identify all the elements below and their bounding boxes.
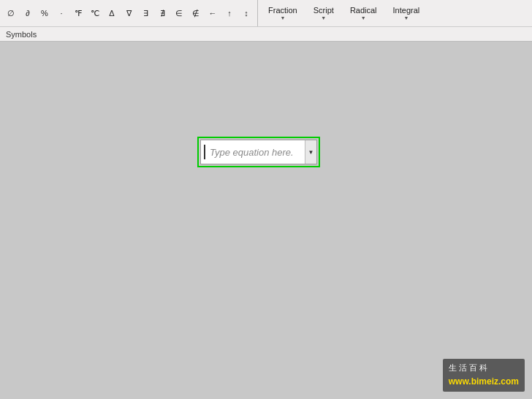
- empty-set-symbol[interactable]: ∅: [3, 3, 19, 23]
- equation-dropdown-button[interactable]: ▼: [305, 140, 316, 164]
- radical-button-label: Radical: [350, 6, 377, 15]
- up-down-arrow-symbol[interactable]: ↕: [238, 3, 254, 23]
- delta-symbol[interactable]: Δ: [104, 3, 120, 23]
- equation-placeholder: Type equation here.: [205, 147, 305, 158]
- equation-box[interactable]: Type equation here. ▼: [200, 140, 317, 164]
- chevron-down-icon: ▼: [321, 15, 326, 20]
- watermark: 生 活 百 科 www.bimeiz.com: [443, 359, 525, 392]
- chevron-down-icon: ▼: [280, 15, 285, 20]
- exists-symbol[interactable]: ∃: [137, 3, 153, 23]
- chevron-down-icon: ▼: [403, 15, 408, 20]
- middle-dot-symbol[interactable]: ·: [53, 3, 69, 23]
- up-arrow-symbol[interactable]: ↑: [221, 3, 238, 23]
- element-of-symbol[interactable]: ∈: [171, 3, 187, 23]
- partial-diff-symbol[interactable]: ∂: [20, 3, 36, 23]
- symbols-label: Symbols: [6, 30, 37, 39]
- integral-button-label: Integral: [393, 6, 420, 15]
- chevron-down-icon: ▼: [308, 149, 314, 156]
- main-content: Type equation here. ▼ 生 活 百 科 www.bimeiz…: [0, 42, 532, 399]
- radical-button[interactable]: Radical▼: [346, 4, 381, 22]
- script-button-label: Script: [314, 6, 334, 15]
- percent-symbol[interactable]: %: [37, 3, 53, 23]
- chevron-down-icon: ▼: [361, 15, 366, 20]
- script-button[interactable]: Script▼: [309, 4, 338, 22]
- integral-button[interactable]: Integral▼: [389, 4, 425, 22]
- sub-toolbar: Symbols: [0, 27, 532, 42]
- fahrenheit-symbol[interactable]: ℉: [70, 3, 86, 23]
- not-exists-symbol[interactable]: ∄: [154, 3, 170, 23]
- fraction-button[interactable]: Fraction▼: [264, 4, 302, 22]
- watermark-site: www.bimeiz.com: [449, 375, 519, 389]
- main-toolbar: ∅∂%·℉℃Δ∇∃∄∈∉←↑↕ Fraction▼Script▼Radical▼…: [0, 0, 532, 27]
- symbols-section: ∅∂%·℉℃Δ∇∃∄∈∉←↑↕: [0, 0, 258, 26]
- celsius-symbol[interactable]: ℃: [87, 3, 103, 23]
- fraction-button-label: Fraction: [268, 6, 297, 15]
- watermark-line1: 生 活 百 科: [449, 362, 519, 375]
- equation-container: Type equation here. ▼: [197, 137, 320, 167]
- nabla-symbol[interactable]: ∇: [121, 3, 137, 23]
- not-element-of-symbol[interactable]: ∉: [188, 3, 204, 23]
- left-arrow-symbol[interactable]: ←: [205, 3, 221, 23]
- toolbar-actions: Fraction▼Script▼Radical▼Integral▼: [258, 0, 430, 26]
